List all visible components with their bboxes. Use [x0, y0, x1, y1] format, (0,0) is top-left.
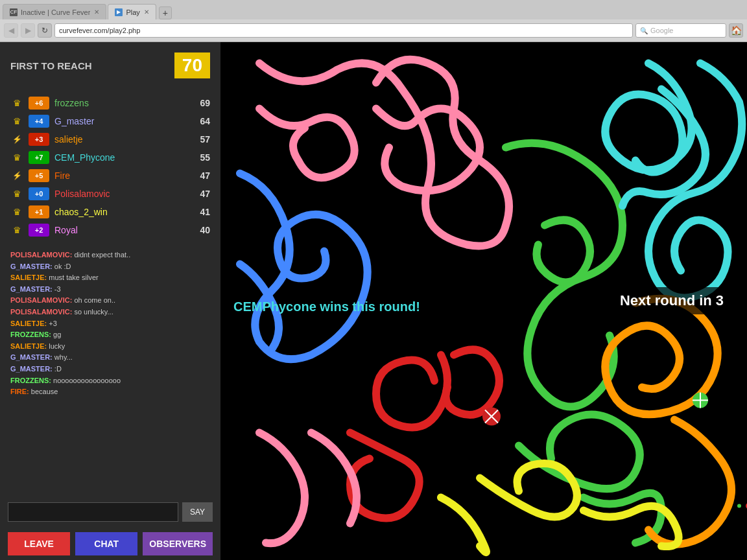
leave-button[interactable]: LEAVE: [8, 532, 70, 555]
chat-area: POLISALAMOVIC: didnt expect that.. G_MAS…: [0, 244, 220, 497]
tab-close-2[interactable]: ✕: [144, 8, 149, 16]
search-bar[interactable]: 🔍 Google: [635, 23, 726, 38]
tab-bar: CF Inactive | Curve Fever ✕ ▶ Play ✕ +: [0, 0, 747, 19]
score-badge: +5: [29, 169, 49, 182]
chat-username: FROZZENS:: [10, 331, 51, 338]
tab-close-1[interactable]: ✕: [94, 8, 99, 16]
chat-text: because: [29, 388, 58, 395]
chat-username: G_MASTER:: [10, 262, 53, 270]
player-name: salietje: [54, 134, 185, 145]
chat-message: SALIETJE: +3: [10, 318, 210, 330]
player-row: ♛ +7 CEM_Phycone 55: [10, 148, 210, 167]
crown-icon: ♛: [10, 207, 23, 217]
score-badge: +1: [29, 205, 49, 218]
chat-username: FIRE:: [10, 388, 29, 395]
say-button[interactable]: SAY: [182, 502, 213, 522]
search-placeholder: Google: [650, 27, 673, 34]
wing-icon: ⚡: [10, 171, 23, 180]
address-bar[interactable]: curvefever.com/play2.php: [54, 23, 633, 38]
chat-username: SALIETJE:: [10, 342, 47, 350]
bottom-buttons: LEAVE CHAT OBSERVERS: [0, 527, 220, 560]
search-icon: 🔍: [640, 27, 648, 34]
chat-message: FIRE: because: [10, 386, 210, 398]
tab-favicon-1: CF: [10, 8, 18, 16]
chat-input[interactable]: [8, 502, 178, 522]
round-winner-text: CEMPhycone wins this round!: [233, 299, 420, 314]
chat-text: must take silver: [47, 274, 98, 281]
next-round-label: Next round in: [620, 292, 712, 309]
score-badge: +0: [29, 187, 49, 200]
wing-icon: ⚡: [10, 135, 23, 144]
player-row: ♛ +2 Royal 40: [10, 221, 210, 239]
chat-button[interactable]: CHAT: [75, 532, 137, 555]
score-header: FIRST TO REACH 70: [0, 42, 220, 89]
chat-text: ok :D: [53, 262, 71, 270]
score-badge: +6: [29, 97, 49, 110]
chat-message: G_MASTER: why...: [10, 352, 210, 364]
chat-text: oh come on..: [72, 296, 115, 304]
nav-bar: ◀ ▶ ↻ curvefever.com/play2.php 🔍 Google …: [0, 19, 747, 41]
browser-chrome: CF Inactive | Curve Fever ✕ ▶ Play ✕ + ◀…: [0, 0, 747, 42]
forward-button[interactable]: ▶: [21, 23, 35, 38]
chat-username: SALIETJE:: [10, 320, 47, 327]
chat-message: SALIETJE: must take silver: [10, 272, 210, 284]
score-badge: +7: [29, 151, 49, 164]
chat-message: SALIETJE: lucky: [10, 341, 210, 353]
game-canvas: CEMPhycone wins this round! Next round i…: [220, 42, 747, 560]
crown-icon: ♛: [10, 98, 23, 108]
score-badge: +3: [29, 133, 49, 146]
tab-inactive-curve-fever[interactable]: CF Inactive | Curve Fever ✕: [3, 4, 106, 19]
player-score: 55: [191, 152, 210, 163]
first-to-reach-label: FIRST TO REACH: [10, 60, 92, 71]
home-button[interactable]: 🏠: [729, 23, 743, 38]
chat-username: FROZZENS:: [10, 377, 51, 384]
player-row: ♛ +4 G_master 64: [10, 112, 210, 130]
chat-message: POLISALAMOVIC: oh come on..: [10, 295, 210, 307]
score-badge: +4: [29, 115, 49, 128]
chat-input-row: SAY: [0, 497, 220, 527]
player-name: Royal: [54, 225, 185, 235]
player-name: frozzens: [54, 98, 185, 108]
crown-icon: ♛: [10, 152, 23, 163]
chat-message: G_MASTER: :D: [10, 364, 210, 375]
chat-message: FROZZENS: noooooooooooooooo: [10, 375, 210, 387]
chat-username: G_MASTER:: [10, 285, 53, 293]
chat-text: why...: [53, 353, 73, 361]
player-row: ⚡ +5 Fire 47: [10, 167, 210, 185]
chat-text: :D: [53, 365, 62, 373]
player-score: 47: [191, 170, 210, 181]
chat-message: POLISALAMOVIC: so unlucky...: [10, 307, 210, 318]
back-button[interactable]: ◀: [4, 23, 18, 38]
chat-text: gg: [51, 331, 61, 338]
player-score: 57: [191, 134, 210, 145]
player-name: Polisalamovic: [54, 189, 185, 199]
chat-text: -3: [53, 285, 61, 293]
player-row: ⚡ +3 salietje 57: [10, 130, 210, 148]
address-text: curvefever.com/play2.php: [59, 27, 140, 34]
chat-username: POLISALAMOVIC:: [10, 251, 72, 259]
main-content: FIRST TO REACH 70 ♛ +6 frozzens 69 ♛ +4 …: [0, 42, 747, 560]
crown-icon: ♛: [10, 225, 23, 235]
chat-username: G_MASTER:: [10, 353, 53, 361]
chat-text: noooooooooooooooo: [51, 377, 121, 384]
player-score: 69: [191, 98, 210, 108]
player-row: ♛ +6 frozzens 69: [10, 94, 210, 112]
refresh-button[interactable]: ↻: [38, 23, 52, 38]
chat-text: lucky: [47, 342, 65, 350]
chat-message: G_MASTER: -3: [10, 284, 210, 296]
chat-username: POLISALAMOVIC:: [10, 308, 72, 316]
players-list: ♛ +6 frozzens 69 ♛ +4 G_master 64 ⚡ +3 s…: [0, 89, 220, 244]
chat-username: SALIETJE:: [10, 274, 47, 281]
new-tab-button[interactable]: +: [159, 6, 172, 19]
player-score: 40: [191, 225, 210, 235]
player-score: 64: [191, 116, 210, 126]
tab-label-2: Play: [126, 8, 139, 16]
player-name: G_master: [54, 116, 185, 126]
tab-play[interactable]: ▶ Play ✕: [108, 4, 156, 19]
player-row: ♛ +1 chaos_2_win 41: [10, 203, 210, 221]
observers-button[interactable]: OBSERVERS: [143, 532, 213, 555]
crown-icon: ♛: [10, 116, 23, 126]
game-overlay: CEMPhycone wins this round! Next round i…: [220, 42, 747, 560]
chat-username: POLISALAMOVIC:: [10, 296, 72, 304]
score-target: 70: [174, 52, 210, 78]
